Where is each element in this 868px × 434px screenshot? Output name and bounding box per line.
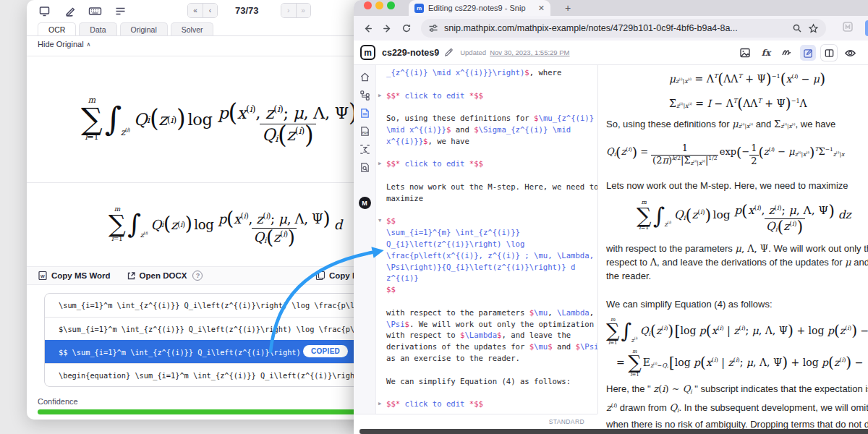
screenshot-icon[interactable]: [36, 3, 52, 19]
updated-timestamp[interactable]: Nov 30, 2023, 1:55:29 PM: [490, 48, 569, 56]
next-page-button[interactable]: ›: [281, 4, 296, 17]
preview-equation[interactable]: m∑i=1 ∫z(i) Qi(z(i)) log p(x(i), z(i); μ…: [606, 200, 868, 231]
source-line[interactable]: \Psi\right)}{Q_{i}\left(z^{(i)}\right)} …: [386, 262, 597, 273]
last-page-button[interactable]: »: [296, 4, 310, 17]
preview-equation[interactable]: Σz(i)|x(i) = I − ΛT(ΛΛT + Ψ)−1Λ: [606, 97, 868, 110]
minimize-window-button[interactable]: [375, 1, 383, 9]
source-line[interactable]: [386, 79, 597, 90]
preview-paragraph-line[interactable]: when there is no risk of ambiguity. Drop…: [606, 417, 868, 429]
pdf-icon[interactable]: PDF: [354, 122, 376, 140]
rendered-preview-pane[interactable]: μz(i)|x(i) = ΛT(ΛΛT + Ψ)−1(x(i) − μ)Σz(i…: [598, 65, 868, 429]
handwriting-icon[interactable]: [779, 45, 795, 61]
source-line[interactable]: maximize: [386, 193, 597, 205]
url-text[interactable]: snip.mathpix.com/mathpix-example/notes/4…: [444, 23, 786, 33]
rename-icon[interactable]: [444, 48, 454, 57]
source-line[interactable]: [386, 205, 597, 216]
split-view-icon[interactable]: [821, 45, 837, 61]
close-window-button[interactable]: [364, 1, 372, 9]
source-line[interactable]: z^{(i)}: [386, 273, 597, 284]
forward-icon[interactable]: [382, 23, 393, 34]
source-line[interactable]: So, using these definitions for $\mu_{z^…: [386, 113, 597, 124]
fold-marker-icon[interactable]: ▶: [378, 90, 381, 102]
preview-paragraph-line[interactable]: Here, the " z(i) ∼ Qi " subscript indica…: [606, 382, 868, 399]
tab-data[interactable]: Data: [79, 22, 116, 35]
document-icon[interactable]: [354, 104, 376, 122]
source-line[interactable]: x^{(i)}}$, we have: [386, 136, 597, 148]
source-line[interactable]: $$: [386, 284, 597, 296]
source-line[interactable]: [386, 170, 597, 182]
browser-profile-avatar[interactable]: [865, 20, 868, 36]
new-tab-button[interactable]: +: [565, 2, 571, 14]
fx-icon[interactable]: fx: [758, 45, 774, 61]
source-line[interactable]: [386, 387, 597, 399]
fold-marker-icon[interactable]: ▶: [378, 158, 381, 170]
insert-image-icon[interactable]: [737, 45, 753, 61]
markdown-source-pane[interactable]: _{z^{(i)} \mid x^{(i)}}\right)$, where▶$…: [376, 65, 597, 414]
mathpix-extension-icon[interactable]: [842, 21, 854, 35]
preview-paragraph-line[interactable]: We can simplify Equation (4) as follows:: [606, 297, 868, 311]
open-docx-button[interactable]: Open DOCX: [127, 271, 187, 281]
prev-page-button[interactable]: ‹: [203, 4, 217, 17]
preview-paragraph-line[interactable]: So, using these definitions for μz(i)|x(…: [606, 117, 868, 134]
source-line[interactable]: Q_{i}\left(z^{(i)}\right) \log: [386, 239, 597, 250]
source-line[interactable]: with respect to $\Lambda$, and leave the: [386, 330, 597, 341]
zoom-icon[interactable]: [792, 23, 802, 33]
horizontal-scrollbar[interactable]: [359, 429, 868, 434]
reload-icon[interactable]: [401, 23, 412, 33]
source-line[interactable]: ▶$$* click to edit *$$: [386, 399, 597, 410]
copy-ms-word-button[interactable]: W Copy MS Word: [38, 271, 111, 281]
fold-marker-icon[interactable]: ▼: [378, 216, 381, 227]
preview-equation[interactable]: = m∑i=1 Ez(i)∼Qi [log p(x(i) | z(i); μ, …: [606, 349, 868, 378]
tree-icon[interactable]: [354, 86, 376, 104]
first-page-button[interactable]: «: [188, 4, 203, 17]
address-bar[interactable]: snip.mathpix.com/mathpix-example/notes/4…: [421, 19, 826, 38]
preview-paragraph-line[interactable]: Lets now work out the M-step. Here, we n…: [606, 179, 868, 192]
source-line[interactable]: \frac{p\left(x^{(i)}, z^{(i)} ; \mu, \La…: [386, 250, 597, 262]
source-line[interactable]: \sum_{i=1}^{m} \int_{z^{(i)}}: [386, 227, 597, 239]
help-icon[interactable]: ?: [192, 271, 203, 281]
source-line[interactable]: [386, 365, 597, 376]
source-line[interactable]: ▶$$* click to edit *$$: [386, 158, 597, 170]
source-line[interactable]: _{z^{(i)} \mid x^{(i)}}\right)$, where: [386, 67, 597, 79]
tab-original[interactable]: Original: [120, 22, 168, 35]
browser-tab[interactable]: m Editing cs229-notes9 - Snip ✕: [409, 0, 550, 16]
preview-paragraph-line[interactable]: z(i) drawn from Qi. In the subsequent de…: [606, 399, 868, 417]
preview-eye-icon[interactable]: [842, 45, 858, 61]
lines-icon[interactable]: [112, 3, 128, 19]
source-line[interactable]: Lets now work out the M-step. Here, we n…: [386, 182, 597, 193]
preview-equation[interactable]: μz(i)|x(i) = ΛT(ΛΛT + Ψ)−1(x(i) − μ): [606, 72, 868, 85]
hide-original-toggle[interactable]: Hide Original ∧: [38, 40, 90, 48]
tab-solver[interactable]: Solver: [171, 22, 214, 35]
source-line[interactable]: with respect to the parameters $\mu, \La…: [386, 307, 597, 319]
source-line[interactable]: \mid x^{(i)}}$ and $\Sigma_{z^{(i)} \mid: [386, 124, 597, 136]
preview-equation[interactable]: m∑i=1 ∫z(i) Qi(z(i)) [log p(x(i) | z(i);…: [606, 317, 868, 346]
fold-marker-icon[interactable]: ▶: [378, 399, 381, 410]
bookmark-star-icon[interactable]: [808, 23, 819, 34]
pen-icon[interactable]: [61, 3, 77, 19]
preview-paragraph-line[interactable]: respect to Λ, and leave the derivations …: [606, 255, 868, 269]
source-line[interactable]: [386, 296, 597, 307]
user-avatar[interactable]: M: [359, 197, 371, 209]
source-line[interactable]: We can simplify Equation (4) as follows:: [386, 376, 597, 388]
sigma-icon[interactable]: [354, 140, 376, 158]
source-line[interactable]: \Psi$. We will work out only the optimiz…: [386, 319, 597, 331]
source-line[interactable]: [386, 101, 597, 113]
source-line[interactable]: ▶$$* click to edit *$$: [386, 90, 597, 102]
source-line[interactable]: ▼$$: [386, 216, 597, 227]
edit-mode-icon[interactable]: [800, 45, 816, 61]
doc-search-icon[interactable]: [354, 158, 376, 176]
preview-equation[interactable]: Qi(z(i)) = 1(2π)k/2|Σz(i)|x(i)|1/2 exp(−…: [606, 140, 868, 164]
site-settings-icon[interactable]: [428, 23, 438, 33]
standard-mode-label[interactable]: STANDARD: [549, 418, 584, 425]
source-line[interactable]: [386, 148, 597, 159]
preview-paragraph-line[interactable]: with respect to the parameters μ, Λ, Ψ. …: [606, 242, 868, 255]
zoom-window-button[interactable]: [387, 1, 395, 9]
back-icon[interactable]: [362, 23, 373, 34]
preview-paragraph-line[interactable]: the reader.: [606, 269, 868, 283]
tab-ocr[interactable]: OCR: [38, 22, 76, 35]
source-line[interactable]: derivations of the updates for $\mu$ and…: [386, 341, 597, 353]
source-line[interactable]: as an exercise to the reader.: [386, 353, 597, 365]
home-icon[interactable]: [354, 68, 376, 86]
keyboard-icon[interactable]: [87, 3, 103, 19]
close-tab-icon[interactable]: ✕: [538, 4, 545, 13]
